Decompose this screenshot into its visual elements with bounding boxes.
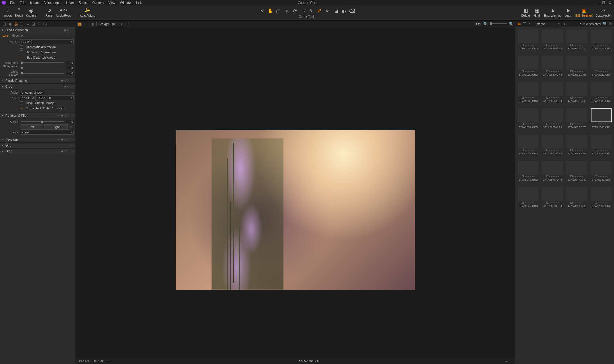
sort-dropdown[interactable]: Name ▾ [535,22,561,26]
zoom-fit[interactable]: Fit [474,22,481,26]
thumbnail[interactable]: 377A2036.CR3 [590,82,613,102]
copy-icon[interactable]: ⇄ [64,29,66,32]
more-icon[interactable]: ⋯ [71,138,74,141]
thumbnail[interactable]: 377A2050.CR3 [542,187,564,208]
menu-help[interactable]: Help [134,0,145,5]
thumbnail[interactable]: 377A2043.CR3 [566,135,588,155]
list-view-icon[interactable]: ☰ [522,22,526,26]
menu-edit[interactable]: Edit [18,0,28,5]
menu-view[interactable]: View [106,0,118,5]
reset-icon[interactable]: ↺ [67,29,69,32]
copyapply-button[interactable]: ⇄Copy/Apply [594,6,612,18]
presets-icon[interactable]: ≡ [68,114,69,117]
capture-button[interactable]: ◉Capture [25,6,38,18]
rotate-icon[interactable]: ↻ [69,125,74,129]
cursor-radial-button[interactable]: ◐ [340,7,348,15]
maximize-button[interactable]: ☐ [601,1,606,5]
ratio-dropdown[interactable]: Unconstrained ▾ [20,90,44,95]
thumbnail[interactable]: 377A2031.CR3 [566,56,588,76]
minimize-button[interactable]: — [595,1,599,5]
reset-icon[interactable]: ↺ [67,85,69,88]
cursor-keystone-button[interactable]: ▱ [299,7,307,15]
more-icon[interactable]: ⋯ [71,85,74,88]
before-button[interactable]: ◧Before [520,6,531,18]
close-button[interactable]: ✕ [608,1,612,5]
menu-select[interactable]: Select [76,0,90,5]
sort-direction-icon[interactable]: ▲ [563,22,567,26]
unit-dropdown[interactable]: in ▾ [48,95,74,100]
presets-icon[interactable]: ≡ [68,79,69,82]
cursor-select-button[interactable]: ↖ [258,7,266,15]
import-button[interactable]: ⤓Import [2,6,13,18]
section-grid[interactable]: ▸ Grid ⋯ [0,142,75,148]
thumbnail[interactable]: 377A2030.CR3 [542,56,564,76]
search-icon[interactable]: 🔍 [483,22,488,26]
thumbnail[interactable]: 377A2052.CR3 [590,187,613,208]
grid-button[interactable]: ▦Grid [532,6,542,18]
more-icon[interactable]: ⋯ [71,144,74,147]
cursor-hand-button[interactable]: ✋ [267,7,274,15]
undoredo-button[interactable]: ↶↷Undo/Redo [55,6,72,18]
thumbnail[interactable]: 377A2038.CR3 [542,108,564,129]
thumbnail[interactable]: 377A2032.CR3 [590,56,613,76]
checkbox[interactable] [20,45,23,49]
section-lcc[interactable]: ▸ LCC ⇄ ↺ ≡ ⋯ [0,148,75,154]
slider-value[interactable]: 0 [66,61,74,65]
editsel-button[interactable]: ▣Edit Selected [574,6,594,18]
panel-tab-0[interactable]: ◫ [2,22,6,26]
subtab-lens[interactable]: Lens [2,34,9,37]
thumbnail[interactable]: 377A2039.CR3 [566,108,588,129]
view-single-icon[interactable]: ◻ [84,22,88,26]
menu-adjustments[interactable]: Adjustments [41,0,64,5]
filmstrip-icon[interactable]: ≡ [528,22,532,26]
cursor-loupe-button[interactable]: ▢ [275,7,282,15]
slider[interactable] [21,73,64,74]
cursor-wb-button[interactable]: ✐ [316,7,323,15]
thumbnail[interactable]: 377A2048.CR3 [590,161,613,181]
swap-orientation-icon[interactable]: ⧈ [72,91,74,95]
zoom-slider[interactable] [490,23,507,24]
thumbnail[interactable]: 377A2033.CR3 [517,82,539,102]
toggle-icon[interactable]: ⋯ [70,45,74,49]
menu-camera[interactable]: Camera [90,0,106,5]
export-button[interactable]: ⤒Export [13,6,24,18]
panel-tab-7[interactable]: ⓘ [43,22,47,26]
thumbnail[interactable]: 377A2046.CR3 [542,161,564,181]
copy-icon[interactable]: ⇄ [61,138,63,141]
checkbox[interactable] [20,101,23,105]
rotate-left-button[interactable]: Left [20,124,43,130]
crop-width-input[interactable]: 27.31 [20,95,31,100]
section-lens-correction[interactable]: ▾ Lens Correction ⇄ ↺ ⋯ [0,27,75,33]
view-multi-icon[interactable]: ▦ [77,22,82,26]
thumbnail[interactable]: 377A2047.CR3 [566,161,588,181]
profile-dropdown[interactable]: Generic ▾ [20,39,74,44]
reset-button[interactable]: ↺Reset [44,6,55,18]
search-plus-icon[interactable]: 🔍 [509,22,514,26]
presets-icon[interactable]: ≡ [68,150,69,153]
thumbnail[interactable]: 377A2029.CR3 [517,56,539,76]
cursor-eraser-button[interactable]: ⌫ [348,7,356,15]
slider[interactable] [21,68,64,68]
thumbnail[interactable]: 377A2045.CR3 [517,161,539,181]
checkbox[interactable]: ✓ [20,56,23,59]
viewer-canvas[interactable] [75,27,515,358]
copy-icon[interactable]: ⇄ [61,79,63,82]
copy-icon[interactable]: ⇄ [61,114,63,117]
straighten-icon[interactable]: ✎ [57,138,60,141]
crop-height-input[interactable]: 18.22 [35,95,46,100]
autoadjust-button[interactable]: ✨Auto Adjust [79,6,96,18]
panel-tab-1[interactable]: ◉ [8,22,12,26]
checkbox[interactable] [20,50,23,54]
more-icon[interactable]: ⋯ [71,29,74,32]
add-layer-icon[interactable]: ＋ [126,22,131,26]
slider-value[interactable]: 0 [66,72,74,75]
thumbnail[interactable]: 377A2028.CR3 [590,29,613,50]
copy-icon[interactable]: ⇄ [64,85,66,88]
panel-tab-5[interactable]: ◪ [31,22,36,26]
more-icon[interactable]: ⋯ [71,114,74,117]
rotate-right-button[interactable]: Right [44,124,68,130]
menu-image[interactable]: Image [28,0,41,5]
thumbnail[interactable]: 377A2049.CR3 [517,187,539,208]
cursor-spot-button[interactable]: ✎ [307,7,315,15]
reset-icon[interactable]: ↺ [64,138,67,141]
